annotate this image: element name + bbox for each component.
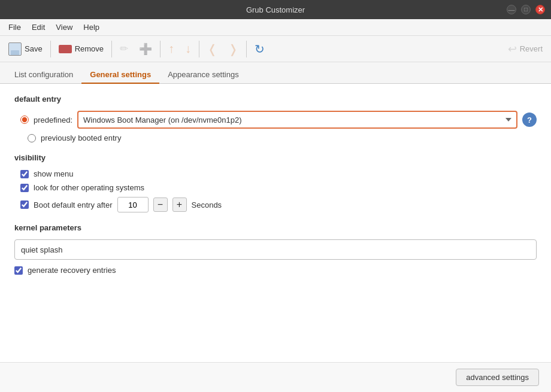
menu-view[interactable]: View xyxy=(51,20,77,34)
boot-after-checkbox[interactable] xyxy=(20,200,29,209)
kernel-section: kernel parameters generate recovery entr… xyxy=(14,223,537,275)
tab-list-configuration[interactable]: List configuration xyxy=(6,66,81,84)
titlebar-buttons: — □ ✕ xyxy=(507,5,545,14)
arrow-left-icon: ❬ xyxy=(207,42,217,56)
tab-appearance-settings[interactable]: Appearance settings xyxy=(159,66,247,84)
kernel-params-input[interactable] xyxy=(14,239,537,260)
move-right-button[interactable]: ❭ xyxy=(223,39,243,59)
revert-button[interactable]: ↩ Revert xyxy=(503,40,547,58)
remove-button[interactable]: Remove xyxy=(54,42,108,56)
arrow-up-icon: ↑ xyxy=(168,42,174,56)
move-left-button[interactable]: ❬ xyxy=(202,39,222,59)
pencil-icon: ✏ xyxy=(120,42,128,55)
maximize-button[interactable]: □ xyxy=(521,5,531,14)
show-menu-row: show menu xyxy=(20,169,537,178)
decrement-button[interactable]: − xyxy=(153,197,168,212)
revert-icon: ↩ xyxy=(508,42,517,56)
add-icon: ➕ xyxy=(139,42,152,56)
save-button[interactable]: Save xyxy=(4,40,47,58)
previously-booted-label: previously booted entry xyxy=(41,133,121,142)
toolbar: Save Remove ✏ ➕ ↑ ↓ ❬ ❭ ↻ ↩ Revert xyxy=(0,36,551,62)
revert-label: Revert xyxy=(520,44,543,53)
titlebar-title: Grub Customizer xyxy=(246,5,305,14)
minimize-button[interactable]: — xyxy=(507,5,516,14)
predefined-label: predefined: xyxy=(34,116,72,124)
visibility-title: visibility xyxy=(14,153,537,162)
arrow-right-icon: ❭ xyxy=(228,42,238,56)
edit-button[interactable]: ✏ xyxy=(115,40,133,57)
increment-button[interactable]: + xyxy=(172,197,187,212)
advanced-settings-button[interactable]: advanced settings xyxy=(456,369,539,386)
generate-recovery-checkbox[interactable] xyxy=(14,266,23,275)
menu-edit[interactable]: Edit xyxy=(27,20,50,34)
generate-recovery-row: generate recovery entries xyxy=(14,266,537,275)
previously-booted-radio[interactable] xyxy=(28,134,36,142)
save-label: Save xyxy=(25,44,43,53)
menubar: File Edit View Help xyxy=(0,19,551,36)
show-menu-checkbox[interactable] xyxy=(20,170,29,178)
add-button[interactable]: ➕ xyxy=(134,40,157,58)
toolbar-separator-2 xyxy=(111,41,112,57)
toolbar-separator-5 xyxy=(246,41,247,57)
remove-label: Remove xyxy=(75,44,104,53)
footer: advanced settings xyxy=(0,362,551,392)
previously-booted-row: previously booted entry xyxy=(28,133,537,142)
predefined-row: predefined: Windows Boot Manager (on /de… xyxy=(20,111,537,129)
refresh-icon: ↻ xyxy=(255,42,265,56)
titlebar: Grub Customizer — □ ✕ xyxy=(0,0,551,19)
look-for-os-checkbox[interactable] xyxy=(20,184,29,192)
save-icon xyxy=(8,42,22,56)
arrow-down-icon: ↓ xyxy=(185,42,191,56)
menu-help[interactable]: Help xyxy=(78,20,104,34)
look-for-os-row: look for other operating systems xyxy=(20,183,537,192)
help-button[interactable]: ? xyxy=(522,113,537,127)
move-up-button[interactable]: ↑ xyxy=(164,39,179,58)
kernel-params-title: kernel parameters xyxy=(14,223,537,232)
default-entry-section: default entry predefined: Windows Boot M… xyxy=(14,95,537,142)
default-entry-title: default entry xyxy=(14,95,537,104)
refresh-button[interactable]: ↻ xyxy=(250,39,270,59)
show-menu-label: show menu xyxy=(34,169,73,178)
toolbar-separator-4 xyxy=(199,41,199,57)
menu-file[interactable]: File xyxy=(4,20,26,34)
move-down-button[interactable]: ↓ xyxy=(180,39,196,58)
close-button[interactable]: ✕ xyxy=(535,5,545,14)
toolbar-separator-1 xyxy=(50,41,51,57)
content-area: default entry predefined: Windows Boot M… xyxy=(0,84,551,392)
tabs: List configuration General settings Appe… xyxy=(0,62,551,84)
look-for-os-label: look for other operating systems xyxy=(34,183,144,192)
seconds-label: Seconds xyxy=(192,200,222,209)
boot-after-label: Boot default entry after xyxy=(34,200,113,209)
toolbar-separator-3 xyxy=(160,41,161,57)
visibility-section: visibility show menu look for other oper… xyxy=(14,153,537,212)
boot-after-row: Boot default entry after − + Seconds xyxy=(20,197,537,212)
tab-general-settings[interactable]: General settings xyxy=(81,66,159,84)
generate-recovery-label: generate recovery entries xyxy=(28,266,116,275)
predefined-dropdown[interactable]: Windows Boot Manager (on /dev/nvme0n1p2)… xyxy=(77,111,517,129)
predefined-radio[interactable] xyxy=(20,116,29,124)
remove-icon xyxy=(59,45,72,53)
boot-seconds-input[interactable] xyxy=(117,197,149,212)
